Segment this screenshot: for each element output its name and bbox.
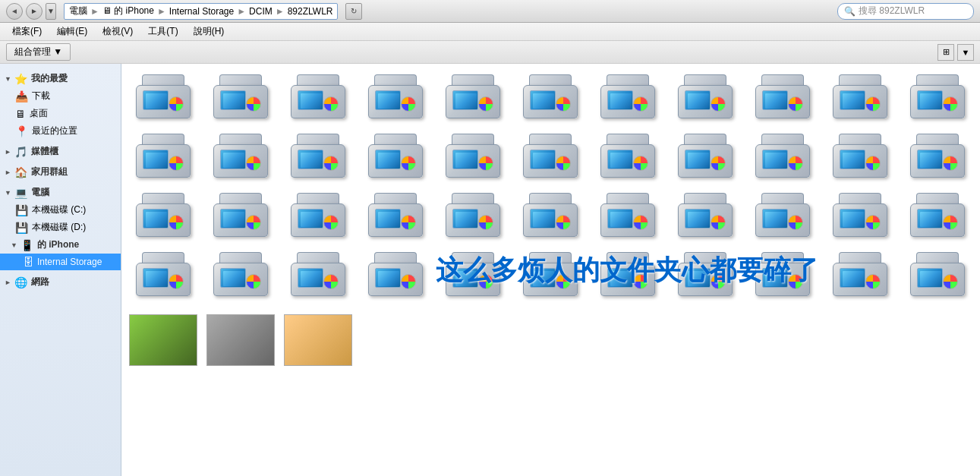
windows-logo-icon	[865, 96, 881, 112]
file-item[interactable]	[284, 249, 352, 299]
drive-icon	[134, 74, 192, 118]
drive-screen-inner	[146, 153, 167, 168]
file-item[interactable]	[903, 131, 972, 181]
menu-tools[interactable]: 工具(T)	[142, 24, 184, 39]
file-item[interactable]	[594, 249, 662, 299]
file-item[interactable]	[516, 249, 585, 299]
view-dropdown-button[interactable]: ▼	[957, 44, 974, 61]
drive-screen-inner	[843, 153, 864, 168]
file-item[interactable]	[748, 249, 817, 299]
sidebar-computer-header[interactable]: ▼ 💻 電腦	[0, 184, 121, 201]
file-item[interactable]	[748, 190, 817, 240]
windows-logo-icon	[401, 215, 416, 230]
sidebar-item-desktop[interactable]: 🖥 桌面	[0, 105, 121, 122]
file-item[interactable]	[361, 249, 430, 299]
sidebar-network-header[interactable]: ► 🌐 網路	[0, 273, 121, 291]
dropdown-button[interactable]: ▼	[46, 3, 56, 20]
refresh-button[interactable]: ↻	[345, 3, 362, 20]
search-box[interactable]: 🔍 搜尋 892ZLWLR	[837, 3, 974, 20]
file-item[interactable]	[516, 131, 585, 181]
file-item[interactable]	[516, 71, 585, 121]
photo-thumb-1[interactable]	[129, 314, 197, 366]
file-item[interactable]	[826, 131, 894, 181]
drive-body	[213, 85, 268, 118]
drive-body	[833, 263, 887, 296]
file-item[interactable]	[439, 131, 507, 181]
file-item[interactable]	[594, 131, 662, 181]
menu-help[interactable]: 說明(H)	[187, 24, 231, 39]
file-item[interactable]	[903, 249, 972, 299]
file-item[interactable]	[826, 71, 894, 121]
sidebar-item-internal-storage[interactable]: 🗄 Internal Storage	[0, 254, 121, 270]
file-item[interactable]	[748, 71, 817, 121]
menu-edit[interactable]: 編輯(E)	[51, 24, 93, 39]
drive-screen	[840, 209, 865, 229]
windows-logo-icon	[711, 215, 726, 230]
drive-icon	[599, 134, 657, 178]
drive-screen	[452, 150, 478, 169]
sidebar-item-downloads[interactable]: 📥 下載	[0, 87, 121, 105]
file-item[interactable]	[361, 131, 430, 181]
file-item[interactable]	[206, 249, 275, 299]
file-item[interactable]	[129, 190, 197, 240]
sidebar-iphone-header[interactable]: ▼ 📱 的 iPhone	[0, 236, 121, 254]
sidebar-favorites-header[interactable]: ▼ ⭐ 我的最愛	[0, 70, 121, 87]
file-item[interactable]	[671, 190, 739, 240]
desktop-label: 桌面	[30, 107, 48, 120]
menu-file[interactable]: 檔案(F)	[6, 24, 48, 39]
drive-icon	[134, 134, 192, 178]
drive-screen-inner	[688, 271, 709, 286]
menu-view[interactable]: 檢視(V)	[96, 24, 139, 39]
windows-logo-icon	[711, 96, 726, 112]
desktop-icon: 🖥	[15, 108, 26, 120]
sidebar-item-recent[interactable]: 📍 最近的位置	[0, 122, 121, 140]
file-item[interactable]	[594, 71, 662, 121]
drive-screen	[220, 90, 246, 110]
sidebar: ▼ ⭐ 我的最愛 📥 下載 🖥 桌面 📍 最近的位置 ► 🎵 媒體櫃	[0, 64, 121, 476]
file-item[interactable]	[439, 249, 507, 299]
file-item[interactable]	[284, 190, 352, 240]
windows-logo-icon	[246, 274, 261, 289]
back-button[interactable]: ◄	[6, 3, 23, 20]
file-item[interactable]	[826, 249, 894, 299]
file-item[interactable]	[439, 71, 507, 121]
file-item[interactable]	[903, 190, 972, 240]
sidebar-homegroup-header[interactable]: ► 🏠 家用群組	[0, 163, 121, 181]
photo-thumb-3[interactable]	[284, 314, 352, 366]
file-item[interactable]	[903, 71, 972, 121]
organize-button[interactable]: 組合管理 ▼	[6, 43, 71, 61]
file-item[interactable]	[439, 190, 507, 240]
file-item[interactable]	[206, 190, 275, 240]
file-item[interactable]	[206, 71, 275, 121]
file-item[interactable]	[361, 190, 430, 240]
drive-screen	[452, 209, 478, 229]
file-item[interactable]	[594, 190, 662, 240]
sidebar-item-drive-c[interactable]: 💾 本機磁碟 (C:)	[0, 201, 121, 219]
file-item[interactable]	[826, 190, 894, 240]
file-item[interactable]	[671, 71, 739, 121]
file-item[interactable]	[284, 71, 352, 121]
file-item[interactable]	[516, 190, 585, 240]
photo-thumb-2[interactable]	[206, 314, 275, 366]
drive-body	[213, 263, 268, 296]
sidebar-media-header[interactable]: ► 🎵 媒體櫃	[0, 143, 121, 160]
file-item[interactable]	[671, 131, 739, 181]
drive-screen	[530, 209, 556, 229]
file-item[interactable]	[129, 71, 197, 121]
view-icon-button[interactable]: ⊞	[937, 44, 954, 61]
drive-screen-inner	[301, 153, 322, 168]
file-item[interactable]	[748, 131, 817, 181]
file-item[interactable]	[129, 249, 197, 299]
sidebar-item-drive-d[interactable]: 💾 本機磁碟 (D:)	[0, 219, 121, 236]
forward-button[interactable]: ►	[26, 3, 43, 20]
file-item[interactable]	[284, 131, 352, 181]
drive-icon	[599, 252, 657, 296]
file-item[interactable]	[361, 71, 430, 121]
breadcrumb[interactable]: 電腦 ► 🖥 的 iPhone ► Internal Storage ► DCI…	[64, 3, 338, 20]
file-item[interactable]	[206, 131, 275, 181]
windows-logo-icon	[478, 215, 493, 230]
file-item[interactable]	[129, 131, 197, 181]
drive-screen-inner	[378, 153, 399, 168]
file-item[interactable]	[671, 249, 739, 299]
iphone-icon: 📱	[20, 239, 33, 251]
